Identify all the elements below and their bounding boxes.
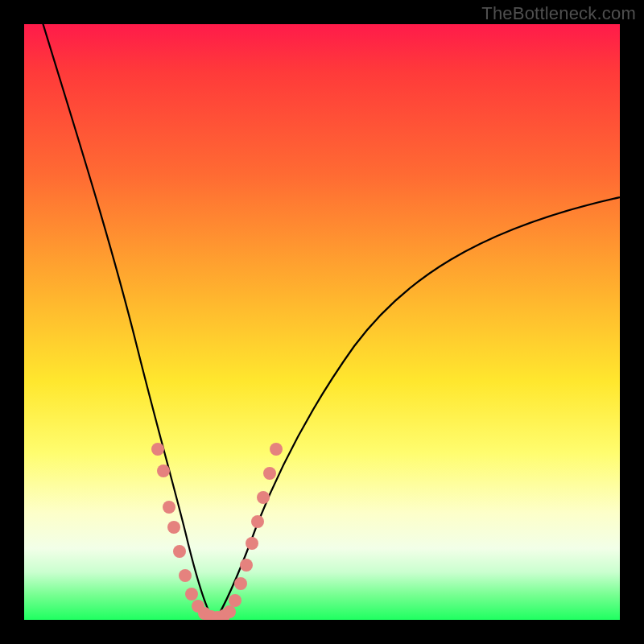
dot [173, 545, 186, 558]
dot [246, 537, 258, 550]
dot-cluster [151, 443, 283, 620]
dot [179, 569, 192, 582]
watermark-text: TheBottleneck.com [481, 3, 636, 24]
dot [240, 559, 253, 572]
curve-right-branch [216, 197, 620, 620]
curve-left-branch [42, 24, 216, 620]
dot [167, 521, 180, 534]
dot [234, 577, 247, 590]
plot-area [24, 24, 620, 620]
dot [151, 443, 164, 456]
dot [223, 605, 236, 618]
dot [157, 464, 170, 477]
chart-frame: TheBottleneck.com [0, 0, 644, 644]
dot [185, 588, 198, 601]
dot [270, 443, 283, 456]
dot [257, 491, 270, 504]
dot [251, 515, 264, 528]
curves-svg [24, 24, 620, 620]
dot [263, 467, 276, 480]
dot [163, 501, 175, 514]
dot [229, 594, 242, 607]
